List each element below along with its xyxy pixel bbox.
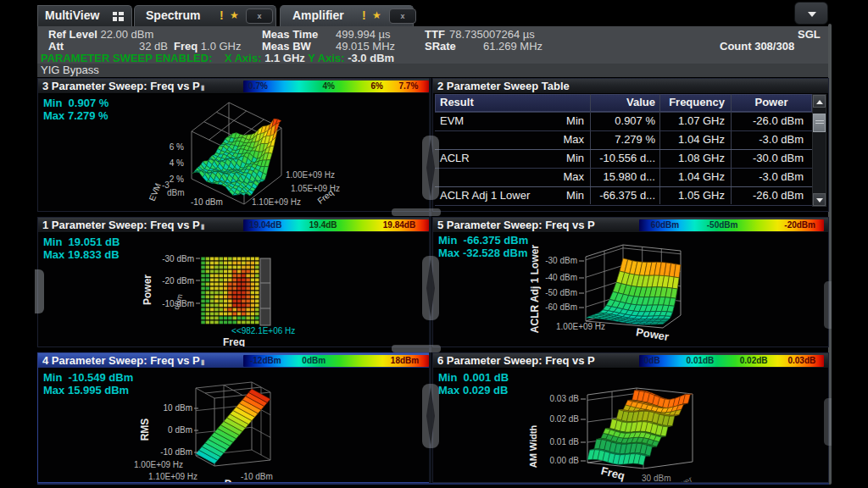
svg-text:0.02 dB: 0.02 dB <box>550 414 580 424</box>
svg-text:0.03 dB: 0.03 dB <box>550 394 580 403</box>
svg-text:<<982.1E+06 Hz: <<982.1E+06 Hz <box>231 326 295 336</box>
svg-text:wer: wer <box>676 474 694 482</box>
svg-text:-50 dBm: -50 dBm <box>545 288 577 297</box>
svg-text:1.05E+09 Hz: 1.05E+09 Hz <box>291 184 340 193</box>
svg-text:-30 dBm: -30 dBm <box>162 254 194 263</box>
svg-text:4 %: 4 % <box>170 158 184 168</box>
svg-text:-30 dBm: -30 dBm <box>545 256 577 265</box>
svg-text:0.01 dB: 0.01 dB <box>550 437 580 446</box>
svg-text:Freq: Freq <box>223 336 245 347</box>
svg-text:Freq: Freq <box>600 464 626 482</box>
svg-text:Power: Power <box>635 325 670 343</box>
svg-text:6 %: 6 % <box>170 142 184 152</box>
svg-text:EVM: EVM <box>147 182 163 202</box>
svg-text:RMS: RMS <box>139 419 151 441</box>
svg-text:ACLR Adj 1 Lower: ACLR Adj 1 Lower <box>529 245 541 334</box>
svg-text:0.00 dB: 0.00 dB <box>550 456 580 465</box>
svg-text:1.10E+09 Hz: 1.10E+09 Hz <box>252 197 301 207</box>
svg-text:1.00E+09 Hz: 1.00E+09 Hz <box>556 322 605 331</box>
svg-text:10 dBm: 10 dBm <box>164 403 192 413</box>
svg-text:1.00E+09 Hz: 1.00E+09 Hz <box>134 460 183 469</box>
svg-text:2 %: 2 % <box>170 175 184 184</box>
svg-text:AM Width: AM Width <box>528 424 538 468</box>
svg-text:-40 dBm: -40 dBm <box>545 273 577 282</box>
svg-text:1.00E+09 Hz: 1.00E+09 Hz <box>286 170 335 180</box>
svg-text:Power: Power <box>142 274 153 305</box>
svg-text:-10 dBm: -10 dBm <box>191 197 223 207</box>
svg-text:-10 dBm: -10 dBm <box>160 447 192 457</box>
svg-text:30 dBm: 30 dBm <box>642 474 670 482</box>
svg-text:-20 dBm: -20 dBm <box>162 276 194 286</box>
svg-text:1.10E+09 Hz: 1.10E+09 Hz <box>148 472 198 481</box>
svg-text:dBm: dBm <box>167 188 185 197</box>
svg-text:0 dBm: 0 dBm <box>168 425 192 435</box>
svg-text:-60 dBm: -60 dBm <box>545 302 577 312</box>
